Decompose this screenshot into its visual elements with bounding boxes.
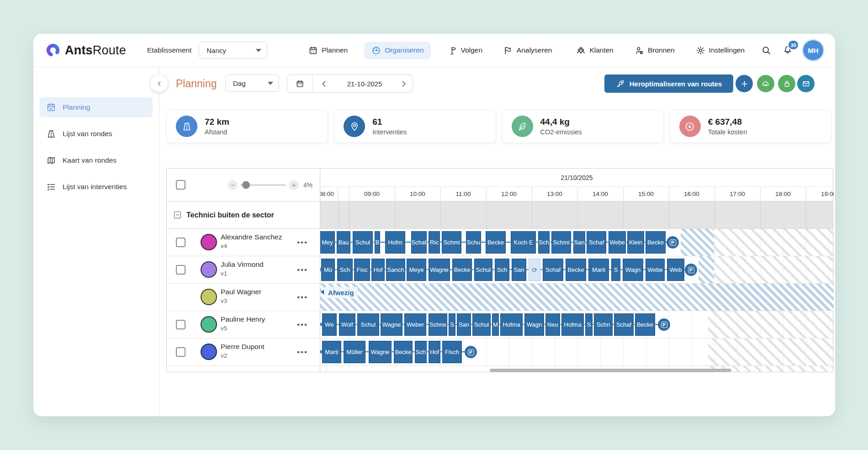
break-block[interactable] — [529, 259, 540, 281]
nav-item-bronnen[interactable]: Bronnen — [630, 42, 679, 59]
task-block[interactable]: Wagne — [369, 341, 392, 363]
task-block[interactable]: Wagne — [429, 259, 450, 281]
task-block[interactable]: Sch — [495, 259, 509, 281]
task-block[interactable]: Schaf — [587, 231, 606, 254]
task-block[interactable]: San — [573, 231, 585, 254]
task-block[interactable]: Schn — [594, 313, 613, 336]
task-block[interactable]: Bau — [337, 231, 350, 254]
row-checkbox[interactable] — [176, 265, 185, 275]
task-block[interactable]: Schne — [429, 313, 447, 336]
nav-item-organiseren[interactable]: Organiseren — [364, 42, 431, 59]
add-button[interactable] — [736, 75, 753, 92]
group-collapse-toggle[interactable] — [174, 212, 181, 218]
task-block[interactable]: Wagne — [381, 313, 402, 336]
zoom-slider[interactable] — [240, 184, 286, 186]
task-block[interactable]: Becke — [452, 259, 472, 281]
task-block[interactable]: Ric — [429, 231, 440, 254]
task-block[interactable]: Marti — [588, 259, 609, 281]
task-block[interactable]: Klein — [627, 231, 644, 254]
nav-item-instellingen[interactable]: Instellingen — [691, 42, 749, 59]
zoom-slider-knob[interactable] — [242, 181, 250, 189]
zoom-out-button[interactable] — [228, 180, 238, 190]
search-button[interactable] — [761, 45, 771, 55]
task-block[interactable]: Mey — [320, 231, 335, 254]
task-block[interactable]: Schul — [357, 313, 379, 336]
task-block[interactable]: Becke — [394, 341, 413, 363]
row-checkbox[interactable] — [176, 347, 185, 357]
task-block[interactable]: Becke — [566, 259, 586, 281]
task-block[interactable]: Schul — [472, 313, 491, 336]
route-end-marker[interactable]: P — [465, 346, 477, 358]
task-block[interactable]: Becke — [486, 231, 506, 254]
task-block[interactable]: Sch — [538, 231, 550, 254]
task-block[interactable]: Wagn — [623, 259, 643, 281]
establishment-select[interactable]: Nancy — [199, 42, 267, 59]
nav-item-klanten[interactable]: Klanten — [572, 42, 618, 59]
task-block[interactable]: Web — [667, 259, 684, 281]
task-block[interactable]: Müller — [344, 341, 365, 363]
row-menu-button[interactable]: ••• — [297, 265, 308, 275]
task-block[interactable]: Hofma — [561, 313, 584, 336]
task-block[interactable]: Hof — [429, 341, 440, 363]
row-menu-button[interactable]: ••• — [297, 320, 308, 329]
task-block[interactable]: Sanch — [386, 259, 405, 281]
sidebar-item-lijst-van-rondes[interactable]: Lijst van rondes — [40, 124, 153, 144]
row-checkbox[interactable] — [176, 320, 185, 329]
task-block[interactable]: Mü — [321, 259, 335, 281]
task-block[interactable]: Becke — [646, 231, 666, 254]
task-block[interactable]: Becke — [635, 313, 655, 336]
task-block[interactable]: Schaf — [543, 259, 563, 281]
task-block[interactable]: Marti — [322, 341, 341, 363]
route-end-marker[interactable]: P — [667, 236, 679, 249]
row-menu-button[interactable]: ••• — [297, 238, 308, 247]
nav-item-analyseren[interactable]: Analyseren — [499, 42, 557, 59]
task-block[interactable]: San — [512, 259, 526, 281]
row-menu-button[interactable]: ••• — [297, 293, 308, 302]
download-button[interactable] — [757, 75, 774, 92]
task-block[interactable]: Schu — [466, 231, 481, 254]
task-block[interactable]: S — [449, 313, 455, 336]
task-block[interactable]: Wolf — [339, 313, 355, 336]
prev-day-button[interactable] — [313, 75, 335, 92]
task-block[interactable]: Schmi — [551, 231, 571, 254]
task-block[interactable]: M — [492, 313, 499, 336]
sidebar-item-planning[interactable]: Planning — [40, 97, 153, 117]
sidebar-item-lijst-van-interventies[interactable]: Lijst van interventies — [40, 177, 153, 197]
next-day-button[interactable] — [394, 75, 413, 92]
row-menu-button[interactable]: ••• — [297, 348, 308, 357]
task-block[interactable]: Schaf — [614, 313, 634, 336]
mail-button[interactable] — [797, 75, 815, 92]
task-block[interactable]: Hofma — [500, 313, 523, 336]
row-checkbox[interactable] — [176, 238, 185, 247]
task-block[interactable]: Schaf — [411, 231, 427, 254]
task-block[interactable]: S — [585, 313, 593, 336]
user-avatar[interactable]: MH — [803, 40, 823, 60]
sidebar-collapse-button[interactable] — [151, 75, 168, 92]
task-block[interactable]: Koch E — [511, 231, 536, 254]
task-block[interactable]: Sch — [415, 341, 427, 363]
period-select[interactable]: Dag — [225, 74, 279, 92]
select-all-checkbox[interactable] — [176, 180, 185, 190]
task-block[interactable]: Schul — [474, 259, 492, 281]
reoptimize-routes-button[interactable]: Heroptimaliseren van routes — [604, 74, 733, 93]
horizontal-scrollbar[interactable] — [490, 369, 731, 372]
task-block[interactable]: Meye — [407, 259, 426, 281]
route-end-marker[interactable]: P — [658, 318, 670, 331]
task-block[interactable]: S — [611, 259, 620, 281]
task-block[interactable]: Webe — [646, 259, 665, 281]
task-block[interactable]: Webe — [609, 231, 626, 254]
task-block[interactable]: Sch — [337, 259, 353, 281]
nav-item-volgen[interactable]: Volgen — [443, 42, 487, 59]
task-block[interactable]: Weber — [404, 313, 426, 336]
task-block[interactable]: Fisch — [442, 341, 462, 363]
brand-logo[interactable]: AntsRoute — [45, 42, 126, 58]
task-block[interactable]: B — [375, 231, 380, 254]
sidebar-item-kaart-van-rondes[interactable]: Kaart van rondes — [40, 150, 153, 170]
calendar-picker-button[interactable] — [287, 75, 313, 92]
lock-button[interactable] — [778, 75, 795, 92]
task-block[interactable]: Schmi — [442, 231, 461, 254]
zoom-in-button[interactable] — [289, 180, 299, 190]
task-block[interactable]: Hof — [371, 259, 385, 281]
task-block[interactable]: Hofm — [385, 231, 405, 254]
task-block[interactable]: Wagn — [524, 313, 544, 336]
